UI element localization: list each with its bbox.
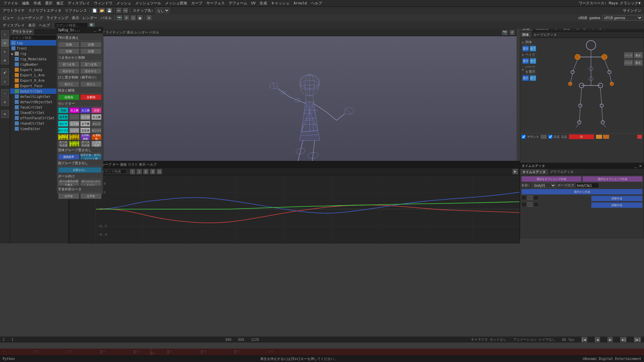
graph-nav-1[interactable]: ⟨ (129, 169, 136, 175)
soft-select-btn[interactable]: ◎ (1, 98, 9, 106)
rig-red-btn-1[interactable]: 赤 (569, 134, 594, 139)
sel-r-hip[interactable]: 右ひざ (58, 121, 68, 127)
help-menu2[interactable]: ヘルプ (38, 23, 51, 28)
display-menu2[interactable]: ディスプレイ (1, 23, 26, 28)
panel-menu[interactable]: パネル (99, 15, 113, 20)
sel-l-ankle2[interactable]: 左足首 (80, 127, 91, 133)
sel-btn-6[interactable] (69, 114, 79, 120)
paint-tool-btn[interactable]: 🖌 (1, 68, 9, 76)
mount-checkbox[interactable] (522, 135, 526, 139)
sel-r-toe3[interactable]: 右つま先先選 (58, 141, 68, 147)
sel-btn-3[interactable]: 左上腕 (80, 107, 91, 113)
open-file-btn[interactable]: 📂 (99, 7, 105, 13)
timeline-main[interactable]: 0 100 200 300 400 500 600 700 800 299 (0, 349, 644, 355)
select-to-option-btn-2[interactable]: 選択をオプションで作成 (582, 176, 643, 182)
adjust-create-btn[interactable]: 調整作成 (591, 195, 643, 201)
save-file-btn[interactable]: 💾 (106, 7, 113, 13)
menu-generate[interactable]: 生成 (258, 1, 269, 6)
menu-mesh[interactable]: メッシュ (114, 1, 133, 6)
snap-mode-btn[interactable]: ⊕ (1, 110, 9, 118)
graph-frame-btn[interactable]: ◻ (156, 169, 162, 175)
viewport-cam-btn[interactable]: 📷 (501, 29, 508, 36)
body-select-btn[interactable]: 選択 (522, 46, 529, 52)
lower-panel-min-btn[interactable]: _ (634, 164, 638, 168)
btn-right[interactable]: 右側 (58, 48, 79, 54)
lasso-btn[interactable]: ⬦ (1, 89, 9, 97)
body-select[interactable]: body01 (533, 183, 556, 188)
shading-menu[interactable]: シェーディング (16, 15, 44, 20)
play-fwd-btn[interactable]: |►| (634, 337, 641, 343)
menu-edit[interactable]: 編集 (20, 1, 32, 6)
lower-tab-graph[interactable]: グラフエディタ (548, 169, 576, 175)
sel-r-toe2[interactable]: 右つま先移動 (69, 134, 79, 140)
grid-btn[interactable]: # (123, 15, 129, 21)
tab-outliner[interactable]: アウトライナ (10, 29, 35, 35)
lower-panel-close-btn[interactable]: ✕ (638, 164, 642, 168)
snap-select[interactable]: なし (156, 8, 170, 13)
scale-tool-btn[interactable]: ⊞ (1, 56, 9, 64)
lower-tab-timeline[interactable]: タイムエディタ (520, 169, 548, 175)
btn-left-tip[interactable]: 左つま先 (80, 61, 102, 67)
redo-btn[interactable]: ↪ (122, 7, 128, 13)
menu-arnold[interactable]: Arnold (291, 1, 309, 5)
sub-tab-curve[interactable]: カーブエディタ (531, 32, 559, 38)
graph-nav-2[interactable]: ⟩ (136, 169, 142, 175)
body-all-btn[interactable]: 全て (530, 46, 536, 52)
sel-l-toe2[interactable]: つま先先選 (91, 141, 102, 147)
btn-left[interactable]: 左側 (80, 48, 102, 54)
sel-l-ankle[interactable]: 左足首 (69, 127, 79, 133)
view-menu[interactable]: ビュー (1, 15, 15, 20)
btn-right-lr[interactable]: 右かかと (58, 68, 79, 74)
menu-meshtool[interactable]: メッシュツール (133, 1, 163, 6)
select-to-option-btn[interactable]: 選択をオプションで作成 (521, 176, 582, 182)
lighting-menu[interactable]: ライティング (45, 15, 70, 20)
sel-l-rotate[interactable]: 左回転移動 (80, 134, 91, 140)
menu-uv[interactable]: UV (249, 1, 258, 5)
btn-right-side[interactable]: 右側 (58, 42, 79, 48)
bake-select-btn[interactable]: 選択 (522, 58, 529, 64)
spring-panel-close-btn[interactable]: ✕ (98, 28, 102, 32)
viewport-grid-btn[interactable]: # (509, 29, 515, 36)
undo-btn[interactable]: ↩ (116, 7, 122, 13)
graph-menu-tangent[interactable]: 接線 (120, 162, 127, 167)
sel-btn-8[interactable]: 左上腕 (91, 114, 102, 120)
graph-menu-key[interactable]: キー (112, 162, 119, 167)
btn-export2[interactable]: 顔置き出し (58, 167, 102, 173)
graph-nav-4[interactable]: ⟩| (150, 169, 156, 175)
menu-help[interactable]: ヘルプ (309, 1, 324, 6)
select-tool-btn[interactable]: ↖ (1, 30, 9, 38)
btn-left-lr[interactable]: 左かかと (80, 68, 102, 74)
btn-export-other[interactable]: 投手打者、投手Cリバート用 (80, 154, 102, 160)
parts-select-btn[interactable]: 選択 (522, 75, 529, 81)
graph-plot-area[interactable]: 0.4 0.2 0 -0.2 -0.4 (96, 175, 520, 243)
sel-l-low[interactable]: 左下腕 (80, 121, 91, 127)
step-back-btn[interactable]: ◄ (594, 337, 600, 343)
menu-cache[interactable]: キャッシュ (269, 1, 291, 6)
workspace-selector[interactable]: ワークスペース: Maya クラシック▼ (577, 1, 643, 6)
sel-btn-5[interactable]: 右手首 (58, 114, 68, 120)
btn-all-unite[interactable]: 全統合 (58, 94, 79, 100)
menu-modify[interactable]: 修正 (54, 1, 66, 6)
sel-btn-7[interactable]: 右上腕 (80, 114, 91, 120)
menu-surface[interactable]: サーフェス (204, 1, 227, 6)
pad-btn-r1[interactable]: パッド (624, 52, 633, 59)
play-btn[interactable]: ► (607, 337, 613, 343)
signin-btn[interactable]: サインイン (622, 8, 643, 13)
rig-checkbox-2[interactable] (548, 135, 552, 139)
sel-r-low[interactable]: 右下腕 (69, 121, 79, 127)
sel-btn-4[interactable]: 左頭 (91, 107, 102, 113)
pad-btn-r4[interactable]: 動き (634, 59, 643, 66)
show-menu[interactable]: 表示 (70, 15, 80, 20)
toolbar-outliner[interactable]: アウトライナ (1, 8, 26, 13)
show-menu2[interactable]: 表示 (27, 23, 37, 28)
sel-r-toe4[interactable]: 右つま先先選 (69, 141, 79, 147)
sel-btn-1[interactable]: 石頭 (58, 107, 68, 113)
smooth-btn[interactable]: ◉ (137, 15, 143, 21)
toolbar-reference[interactable]: リファレンス (63, 8, 88, 13)
menu-select[interactable]: 選択 (43, 1, 54, 6)
menu-deform[interactable]: デフォーム (227, 1, 249, 6)
btn-pole-display[interactable]: ポール表示の切り換え (58, 180, 79, 186)
sel-l-move[interactable]: 左運動動 (91, 134, 102, 140)
menu-create[interactable]: 作成 (32, 1, 43, 6)
btn-export-hold[interactable]: 固有投手 (58, 154, 79, 160)
